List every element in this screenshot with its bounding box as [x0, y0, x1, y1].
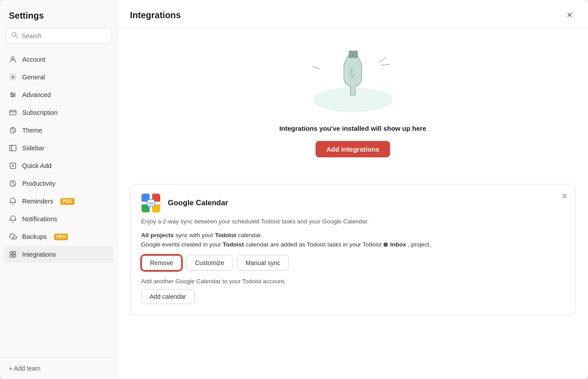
- sidebar-item-quickadd[interactable]: Quick Add: [4, 157, 114, 174]
- sidebar-item-notifications[interactable]: Notifications: [4, 211, 114, 227]
- svg-rect-20: [13, 252, 16, 254]
- all-projects-label: All projects: [141, 232, 174, 238]
- sidebar-item-general[interactable]: General: [4, 69, 114, 86]
- search-input[interactable]: [22, 32, 106, 39]
- sidebar-item-reminders[interactable]: Reminders PRO: [4, 193, 114, 210]
- remove-button[interactable]: Remove: [141, 255, 182, 271]
- reminders-icon: [9, 197, 17, 205]
- search-box[interactable]: [5, 28, 112, 44]
- account-icon: [9, 55, 17, 63]
- sidebar-label-notifications: Notifications: [22, 215, 57, 223]
- general-icon: [9, 73, 17, 81]
- settings-title: Settings: [0, 11, 117, 28]
- svg-rect-24: [349, 51, 353, 58]
- nav-list: Account General: [0, 51, 117, 357]
- svg-rect-13: [10, 145, 16, 151]
- sidebar-item-account[interactable]: Account: [4, 51, 114, 68]
- add-calendar-button[interactable]: Add calendar: [141, 289, 195, 304]
- backups-icon: [9, 233, 17, 241]
- content-area[interactable]: Integrations you've installed will show …: [118, 29, 588, 379]
- svg-rect-10: [10, 110, 16, 115]
- svg-rect-19: [10, 252, 12, 254]
- card-close-button[interactable]: ✕: [561, 191, 568, 201]
- page-title: Integrations: [130, 10, 181, 20]
- svg-rect-25: [354, 51, 357, 58]
- svg-point-0: [12, 32, 16, 36]
- main-header: Integrations ✕: [118, 0, 588, 29]
- svg-point-2: [12, 57, 14, 59]
- inbox-label: Inbox: [390, 241, 406, 248]
- svg-point-7: [11, 93, 12, 94]
- sidebar-label-integrations: Integrations: [22, 251, 56, 258]
- sidebar: Settings Account: [0, 0, 118, 379]
- sidebar-icon: [9, 144, 17, 152]
- scroll-padding: [118, 324, 588, 342]
- reminders-pro-badge: PRO: [60, 198, 75, 205]
- empty-state-section: Integrations you've installed will show …: [118, 29, 588, 175]
- sidebar-bottom: + Add team: [0, 357, 117, 379]
- backups-pro-badge: PRO: [54, 234, 68, 240]
- theme-icon: [9, 126, 17, 134]
- svg-line-27: [382, 64, 390, 65]
- close-button[interactable]: ✕: [563, 9, 576, 21]
- sidebar-item-sidebar[interactable]: Sidebar: [4, 140, 114, 156]
- google-calendar-card: ✕: [130, 184, 576, 315]
- sidebar-label-sidebar: Sidebar: [22, 145, 44, 152]
- sidebar-item-integrations[interactable]: Integrations: [4, 246, 114, 263]
- quickadd-icon: [9, 162, 17, 170]
- svg-rect-21: [10, 255, 12, 257]
- sidebar-label-subscription: Subscription: [22, 109, 58, 116]
- main-content: Integrations ✕: [118, 0, 588, 379]
- sidebar-label-account: Account: [22, 56, 45, 63]
- gcal-logo: 31: [141, 193, 161, 213]
- sidebar-label-quickadd: Quick Add: [22, 162, 51, 169]
- sidebar-label-general: General: [22, 74, 45, 81]
- empty-state-text: Integrations you've installed will show …: [279, 125, 426, 132]
- subscription-icon: [9, 109, 17, 117]
- advanced-icon: [9, 91, 17, 99]
- svg-line-28: [313, 66, 320, 69]
- sidebar-item-backups[interactable]: Backups PRO: [4, 228, 114, 245]
- svg-line-26: [379, 58, 386, 62]
- svg-text:31: 31: [149, 201, 153, 206]
- sidebar-label-backups: Backups: [22, 233, 47, 240]
- inbox-dot: [383, 242, 388, 247]
- gcal-name: Google Calendar: [168, 199, 228, 207]
- sidebar-label-advanced: Advanced: [22, 91, 51, 98]
- svg-line-1: [16, 36, 18, 38]
- sidebar-label-theme: Theme: [22, 127, 42, 134]
- svg-rect-22: [13, 255, 16, 257]
- sidebar-label-reminders: Reminders: [22, 198, 53, 205]
- add-integrations-button[interactable]: Add integrations: [316, 141, 390, 157]
- sidebar-item-subscription[interactable]: Subscription: [4, 104, 114, 121]
- svg-point-3: [12, 76, 14, 78]
- gcal-event-info: Google events created in your Todoist ca…: [141, 241, 564, 248]
- sidebar-item-productivity[interactable]: Productivity: [4, 175, 114, 192]
- gcal-description: Enjoy a 2-way sync between your schedule…: [141, 218, 564, 225]
- sidebar-item-theme[interactable]: Theme: [4, 122, 114, 139]
- gcal-sync-info: All projects sync with your Todoist cale…: [141, 232, 564, 238]
- manual-sync-button[interactable]: Manual sync: [237, 255, 289, 271]
- todoist-label-2: Todoist: [223, 241, 244, 248]
- settings-modal: Settings Account: [0, 0, 588, 379]
- customize-button[interactable]: Customize: [186, 255, 233, 271]
- add-calendar-text: Add another Google Calendar to your Todo…: [141, 278, 564, 285]
- sidebar-item-advanced[interactable]: Advanced: [4, 86, 114, 103]
- add-team-button[interactable]: + Add team: [9, 365, 108, 372]
- svg-point-8: [13, 94, 15, 96]
- todoist-label-1: Todoist: [215, 232, 237, 238]
- notifications-icon: [9, 215, 17, 223]
- sidebar-label-productivity: Productivity: [22, 180, 55, 187]
- integration-header: 31 Google Calendar: [141, 193, 564, 213]
- search-icon: [11, 31, 18, 40]
- illustration: [291, 38, 415, 117]
- action-buttons: Remove Customize Manual sync: [141, 255, 564, 271]
- productivity-icon: [9, 180, 17, 188]
- integrations-icon: [9, 250, 17, 258]
- svg-point-9: [12, 96, 13, 97]
